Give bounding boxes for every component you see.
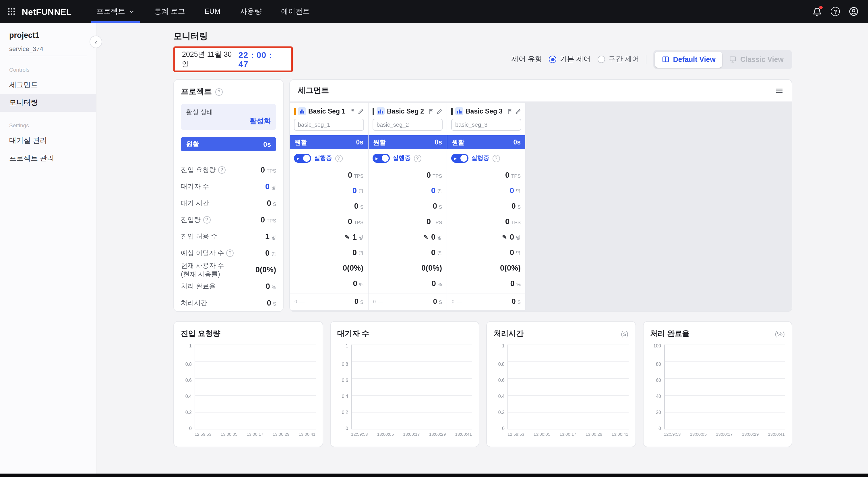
radio-range-control[interactable]: 구간 제어 [598,55,639,64]
chart-title: 처리 완료율 [650,329,689,339]
sidebar-project-name: project1 [0,30,96,40]
stat-row: 0TPS [452,167,521,183]
chevron-down-icon [129,8,135,14]
stat-row: 진입량? 0TPS [181,211,276,228]
flow-status-label: 원활 [452,138,464,146]
segment-running-toggle[interactable]: ▶ [294,154,311,163]
segment-menu-icon[interactable] [775,86,784,95]
default-view-icon [662,56,670,63]
segment-key-input[interactable] [294,119,364,131]
stat-value: 0 [433,202,437,210]
nav-item-stats-log[interactable]: 통계 로그 [145,0,195,23]
stat-value: 0 [427,171,431,179]
pencil-icon[interactable] [358,108,364,114]
stat-value: 0 [267,199,271,208]
footer-min-value: 0 [373,299,376,304]
stat-row: 0TPS [373,214,442,229]
account-icon[interactable] [848,6,859,16]
help-icon[interactable]: ? [215,88,223,96]
segment-body: Basic Seg 1 원활 0s [290,101,792,311]
stat-unit: 명 [271,251,276,258]
app-grid-icon[interactable] [7,7,16,16]
radio-basic-control[interactable]: 기본 제어 [549,55,591,64]
sidebar-item-segment[interactable]: 세그먼트 [0,76,96,94]
stat-row: 대기자 수 0명 [181,178,276,195]
help-icon[interactable]: ? [414,155,421,162]
help-icon[interactable]: ? [218,166,225,174]
stat-value: 0 [352,186,357,195]
help-icon[interactable]: ? [335,155,342,162]
flow-status-value: 0s [513,139,521,146]
stat-label: 진입량 [181,216,200,224]
edit-pencil-icon[interactable]: ✎ [423,234,428,240]
nav-item-eum[interactable]: EUM [195,0,230,23]
segment-flow-status-bar: 원활 0s [290,135,368,149]
stat-label: 진입 요청량 [181,166,216,174]
help-icon[interactable]: ? [492,155,500,162]
x-axis: 12:59:5313:00:0513:00:1713:00:2913:00:41 [351,432,472,437]
app-logo[interactable]: NetFUNNEL [22,7,72,16]
segment-running-toggle[interactable]: ▶ [451,154,468,163]
sidebar-collapse-button[interactable]: ‹ [90,36,102,48]
stat-value: 0 [431,248,435,257]
sidebar-item-monitoring[interactable]: 모니터링 [0,94,96,112]
stat-value: 0 [512,298,516,306]
segment-card-basic-seg-1: Basic Seg 1 원활 0s [290,103,368,310]
radio-label: 기본 제어 [560,55,591,64]
edit-pencil-icon[interactable]: ✎ [502,234,507,240]
sidebar-item-project-manage[interactable]: 프로젝트 관리 [0,150,96,167]
stat-row: 0% [373,276,442,291]
help-icon[interactable]: ? [831,7,840,16]
help-icon[interactable]: ? [226,249,234,257]
stat-value: 0 [510,279,515,288]
stat-value: 0 [266,282,270,291]
y-axis: 10.80.60.40.20 [494,345,507,430]
plot-area [507,345,628,430]
stat-row: 0S [452,198,521,214]
stat-value: 0 [352,248,357,257]
main-content: 모니터링 2025년 11월 30일 22 : 00 : 47 제어 유형 기본… [96,23,868,474]
status-value: 활성화 [249,116,271,126]
running-label: 실행중 [314,154,332,162]
segment-running-toggle[interactable]: ▶ [373,154,390,163]
notification-bell-icon[interactable] [812,7,822,16]
flow-status-label: 원활 [294,138,307,146]
topbar: NetFUNNEL 프로젝트 통계 로그 EUM 사용량 에이전트 ? [0,0,868,23]
segment-name: Basic Seg 3 [466,108,505,115]
sidebar-item-label: 세그먼트 [9,80,38,90]
flow-status-label: 원활 [373,138,386,146]
nav-item-agent[interactable]: 에이전트 [271,0,319,23]
classic-view-button[interactable]: Classic View [722,51,790,67]
nav-item-projects[interactable]: 프로젝트 [87,0,145,23]
nav-item-usage[interactable]: 사용량 [230,0,271,23]
stat-row: 진입 요청량? 0TPS [181,162,276,178]
default-view-button[interactable]: Default View [655,51,722,67]
segment-color-strip [373,107,374,115]
flag-icon[interactable] [507,108,513,114]
stat-value: 0 [433,298,437,306]
plot-area [351,345,472,430]
segment-key-input[interactable] [451,119,521,131]
stat-value: 0 [354,298,359,306]
sidebar-item-waiting-room[interactable]: 대기실 관리 [0,132,96,150]
service-select[interactable]: service_374 [9,45,87,56]
flag-icon[interactable] [428,108,434,114]
help-icon[interactable]: ? [203,216,210,224]
running-label: 실행중 [471,154,489,162]
stat-row: ✎0명 [373,229,442,245]
edit-pencil-icon[interactable]: ✎ [345,234,350,240]
segment-footer: 0— 0S [369,294,446,310]
pencil-icon[interactable] [436,108,443,114]
stat-label: 예상 이탈자 수 [181,249,224,258]
stat-value: 0 [348,171,352,179]
classic-view-icon [730,56,737,63]
sidebar: project1 service_374 ‹ Controls 세그먼트 모니터… [0,23,96,474]
pencil-icon[interactable] [515,108,521,114]
dock-bar [0,474,868,477]
stat-value: 0 [510,186,514,195]
nav-item-label: EUM [205,7,221,15]
flag-icon[interactable] [350,108,355,114]
footer-dash: — [457,299,462,304]
segment-key-input[interactable] [373,119,443,131]
segment-panel: 세그먼트 Basi [289,79,792,312]
